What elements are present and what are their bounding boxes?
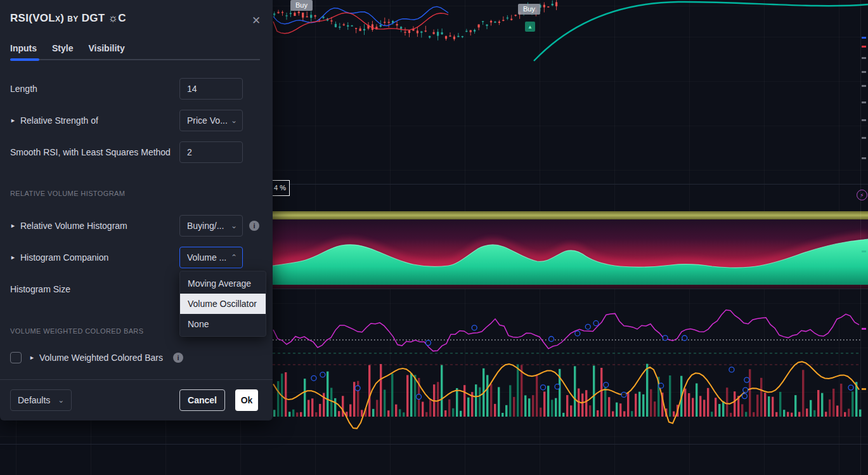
field-row-histogram-companion: ► Histogram Companion Volume ... ⌃ [0, 247, 273, 268]
field-row-volume-weighted-colored-bars: ► Volume Weighted Colored Bars i [10, 347, 183, 368]
tab-style[interactable]: Style [52, 43, 73, 53]
disclosure-arrow-icon: ► [10, 254, 16, 261]
menu-item-none[interactable]: None [180, 314, 266, 334]
length-label: Length [10, 84, 37, 94]
info-icon[interactable]: i [249, 221, 259, 231]
buy-badge: Buy [290, 0, 313, 11]
percent-label: 4 % [270, 180, 290, 196]
smooth-rsi-input[interactable] [179, 141, 243, 163]
volume-weighted-colored-bars-label: Volume Weighted Colored Bars [39, 353, 163, 363]
relative-strength-of-select[interactable]: Price Vo... ⌄ [179, 110, 243, 131]
tab-bar: Inputs Style Visibility [10, 43, 125, 53]
field-row-smooth-rsi: Smooth RSI, with Least Squares Method [0, 141, 273, 163]
histogram-companion-menu: Moving Average Volume Oscillator None [179, 271, 266, 337]
tab-inputs[interactable]: Inputs [10, 43, 37, 53]
volume-weighted-colored-bars-checkbox[interactable] [10, 352, 22, 363]
relative-volume-histogram-label: Relative Volume Histogram [20, 221, 127, 231]
smooth-rsi-label: Smooth RSI, with Least Squares Method [10, 147, 171, 157]
info-icon[interactable]: i [173, 353, 183, 363]
dialog-footer: Defaults ⌄ Cancel Ok [0, 379, 273, 420]
histogram-companion-label: Histogram Companion [20, 252, 108, 263]
lightning-icon[interactable]: ⚡ [857, 190, 867, 200]
buy-badge: Buy [518, 4, 540, 15]
section-volume-weighted-colored-bars: VOLUME WEIGHTED COLORED BARS [10, 327, 143, 335]
defaults-dropdown[interactable]: Defaults ⌄ [10, 389, 72, 411]
section-relative-volume-histogram: RELATIVE VOLUME HISTOGRAM [10, 190, 125, 197]
menu-item-volume-oscillator[interactable]: Volume Oscillator [180, 294, 266, 314]
trading-app-screen: Buy Buy ▲ 4 % ⚡ RSI(VOLx) by DGT ☼C ✕ In… [0, 0, 868, 475]
histogram-companion-select[interactable]: Volume ... ⌃ [179, 247, 243, 268]
field-row-length: Length [0, 78, 273, 100]
chevron-up-icon: ⌃ [231, 254, 237, 261]
active-tab-indicator [10, 58, 39, 61]
disclosure-arrow-icon: ► [10, 223, 16, 229]
indicator-settings-dialog: RSI(VOLx) by DGT ☼C ✕ Inputs Style Visib… [0, 0, 273, 420]
chevron-down-icon: ⌄ [58, 396, 64, 404]
tab-underline [10, 59, 260, 60]
close-icon: ✕ [252, 15, 261, 27]
disclosure-arrow-icon: ► [10, 117, 16, 124]
field-row-relative-volume-histogram: ► Relative Volume Histogram Buying/... ⌄… [0, 215, 273, 237]
ok-button[interactable]: Ok [235, 389, 258, 411]
chevron-down-icon: ⌄ [231, 222, 237, 230]
menu-item-moving-average[interactable]: Moving Average [180, 273, 266, 294]
histogram-size-label: Histogram Size [10, 284, 70, 294]
field-row-relative-strength-of: ► Relative Strength of Price Vo... ⌄ [0, 110, 273, 131]
close-button[interactable]: ✕ [247, 11, 265, 29]
chevron-down-icon: ⌄ [231, 117, 237, 124]
buy-marker-icon: ▲ [525, 22, 535, 32]
length-input[interactable] [179, 78, 243, 100]
dialog-title: RSI(VOLx) by DGT ☼C [10, 12, 126, 25]
disclosure-arrow-icon: ► [29, 355, 35, 361]
tab-visibility[interactable]: Visibility [88, 43, 124, 53]
relative-strength-of-label: Relative Strength of [20, 115, 98, 126]
relative-volume-histogram-select[interactable]: Buying/... ⌄ [179, 215, 243, 237]
cancel-button[interactable]: Cancel [179, 389, 225, 411]
